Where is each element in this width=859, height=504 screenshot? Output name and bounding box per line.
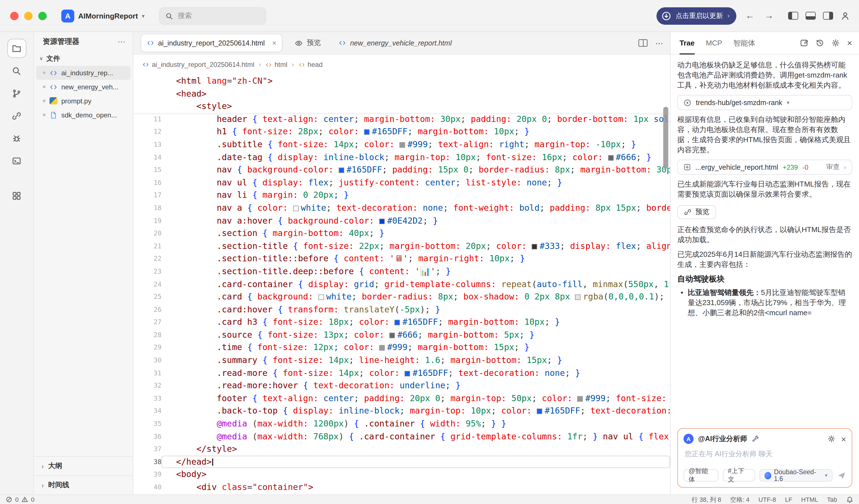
activity-explorer-button[interactable] bbox=[7, 39, 26, 58]
file-item-prompt-py[interactable]: prompt.py bbox=[36, 94, 131, 108]
code-line[interactable]: 19 nav a:hover { background-color: #0E42… bbox=[133, 214, 670, 227]
code-line[interactable]: 22 .section-title::before { content: '🖥'… bbox=[133, 253, 670, 265]
code-line[interactable]: 13 .subtitle { font-size: 14px; color: #… bbox=[133, 138, 670, 151]
review-action[interactable]: 审查 bbox=[826, 162, 840, 172]
encoding-indicator[interactable]: UTF-8 bbox=[758, 496, 776, 503]
close-window-button[interactable] bbox=[10, 12, 18, 20]
split-editor-icon[interactable] bbox=[638, 39, 647, 47]
code-line[interactable]: 11 header { text-align: center; margin-b… bbox=[133, 113, 670, 126]
model-selector[interactable]: Doubao-Seed-1.6 ▾ bbox=[759, 469, 832, 482]
language-mode[interactable]: HTML bbox=[801, 496, 818, 503]
code-line[interactable]: 32 .read-more:hover { text-decoration: u… bbox=[133, 380, 670, 392]
chat-input-placeholder[interactable]: 您正在与 AI行业分析师 聊天 bbox=[683, 448, 846, 465]
code-line[interactable]: 37 </style> bbox=[133, 443, 670, 455]
code-line[interactable]: 20 .section { margin-bottom: 40px; } bbox=[133, 227, 670, 240]
code-line[interactable]: 21 .section-title { font-size: 22px; mar… bbox=[133, 240, 670, 252]
agent-name[interactable]: @AI行业分析师 bbox=[698, 434, 747, 444]
global-search[interactable]: 搜索 bbox=[159, 7, 266, 25]
tab-ai-industry-report[interactable]: ai_industry_report_20250614.html × bbox=[141, 34, 283, 52]
sticky-line[interactable]: <head> bbox=[133, 88, 670, 100]
eol-indicator[interactable]: LF bbox=[785, 496, 792, 503]
restart-update-button[interactable]: 点击重启以更新 › bbox=[657, 7, 736, 25]
activity-source-control-button[interactable] bbox=[7, 84, 26, 103]
code-line[interactable]: 30 .summary { font-size: 14px; line-heig… bbox=[133, 354, 670, 367]
minimize-window-button[interactable] bbox=[24, 12, 33, 20]
file-item-sdk-demo[interactable]: sdk_demo_open... bbox=[36, 108, 131, 122]
context-chip[interactable]: #上下文 bbox=[723, 469, 755, 482]
agent-tools-icon[interactable] bbox=[752, 435, 759, 443]
project-selector[interactable]: A AIMorningReport ▾ bbox=[61, 9, 145, 22]
code-line[interactable]: 39<body> bbox=[133, 468, 670, 481]
activity-apps-button[interactable] bbox=[7, 186, 26, 205]
panel-tab-agents[interactable]: 智能体 bbox=[733, 32, 755, 54]
breadcrumb-file[interactable]: ai_industry_report_20250614.html bbox=[142, 61, 254, 68]
timeline-section-header[interactable]: › 时间线 bbox=[34, 475, 133, 494]
code-line[interactable]: 14 .date-tag { display: inline-block; ma… bbox=[133, 151, 670, 163]
code-line[interactable]: 15 nav { background-color: #165DFF; padd… bbox=[133, 163, 670, 176]
files-section-header[interactable]: ∨ 文件 bbox=[34, 51, 133, 66]
sticky-line[interactable]: <html lang="zh-CN"> bbox=[133, 75, 670, 88]
send-icon[interactable] bbox=[837, 471, 846, 480]
tool-call-card[interactable]: trends-hub/get-smzdm-rank▾ bbox=[677, 95, 852, 110]
code-line[interactable]: 34 .back-to-top { display: inline-block;… bbox=[133, 405, 670, 418]
code-line[interactable]: 38</head> bbox=[133, 456, 670, 468]
sticky-line[interactable]: <style> bbox=[133, 100, 670, 113]
code-line[interactable]: 36 @media (max-width: 768px) { .card-con… bbox=[133, 430, 670, 443]
code-line[interactable]: 17 nav li { margin: 0 20px; } bbox=[133, 189, 670, 202]
tab-new-energy-report[interactable]: new_energy_vehicle_report.html bbox=[333, 34, 457, 52]
code-line[interactable]: 28 .source { font-size: 13px; color: #66… bbox=[133, 329, 670, 341]
file-change-card[interactable]: ...ergy_vehicle_report.html+239-0审查› bbox=[677, 160, 852, 175]
forward-button[interactable]: → bbox=[763, 11, 774, 21]
code-line[interactable]: 31 .read-more { font-size: 14px; color: … bbox=[133, 367, 670, 379]
code-line[interactable]: 12 h1 { font-size: 28px; color: #165DFF;… bbox=[133, 126, 670, 138]
back-button[interactable]: ← bbox=[744, 11, 755, 21]
activity-search-button[interactable] bbox=[7, 61, 26, 80]
problems-indicator[interactable]: 0 0 bbox=[6, 496, 34, 503]
indentation-indicator[interactable]: 空格: 4 bbox=[730, 495, 749, 504]
code-line[interactable]: 27 .card h3 { font-size: 18px; color: #1… bbox=[133, 316, 670, 329]
panel-tab-trae[interactable]: Trae bbox=[680, 32, 695, 54]
toggle-right-panel-icon[interactable] bbox=[823, 12, 833, 20]
toggle-bottom-panel-icon[interactable] bbox=[805, 12, 816, 20]
code-line[interactable]: 29 .time { font-size: 12px; color: #999;… bbox=[133, 341, 670, 354]
code-line[interactable]: 23 .section-title.deep::before { content… bbox=[133, 265, 670, 278]
close-tab-icon[interactable]: × bbox=[272, 39, 276, 47]
code-line[interactable]: 35 @media (max-width: 1200px) { .contain… bbox=[133, 418, 670, 430]
chat-input-box[interactable]: A @AI行业分析师 × 您正在与 AI行业分析师 聊天 @智能体 #上下文 D… bbox=[677, 428, 852, 488]
sidebar-more-icon[interactable]: ⋯ bbox=[118, 37, 126, 46]
close-panel-icon[interactable]: × bbox=[847, 38, 852, 48]
settings-gear-icon[interactable] bbox=[831, 39, 840, 47]
preview-button[interactable]: 预览 bbox=[677, 205, 716, 219]
more-actions-icon[interactable]: ⋯ bbox=[655, 38, 663, 47]
code-line[interactable]: 24 .card-container { display: grid; grid… bbox=[133, 278, 670, 290]
code-line[interactable]: 16 nav ul { display: flex; justify-conte… bbox=[133, 176, 670, 189]
account-icon[interactable] bbox=[841, 11, 850, 20]
breadcrumb-html[interactable]: html bbox=[266, 61, 287, 68]
code-line[interactable]: 18 nav a { color: white; text-decoration… bbox=[133, 202, 670, 214]
outline-section-header[interactable]: › 大纲 bbox=[34, 456, 133, 475]
panel-tab-mcp[interactable]: MCP bbox=[706, 32, 722, 54]
code-line[interactable]: 25 .card { background: white; border-rad… bbox=[133, 290, 670, 303]
vertical-scrollbar[interactable] bbox=[663, 107, 668, 169]
chat-settings-gear-icon[interactable] bbox=[828, 435, 835, 443]
activity-remote-button[interactable] bbox=[7, 106, 26, 125]
code-line[interactable]: 40 <div class="container"> bbox=[133, 481, 670, 493]
agents-chip[interactable]: @智能体 bbox=[683, 469, 718, 482]
cursor-position[interactable]: 行 38, 列 8 bbox=[692, 495, 721, 504]
activity-terminal-button[interactable] bbox=[7, 151, 26, 170]
new-chat-icon[interactable] bbox=[800, 39, 808, 47]
code-line[interactable]: 33 footer { text-align: center; padding:… bbox=[133, 392, 670, 405]
toggle-left-sidebar-icon[interactable] bbox=[788, 12, 798, 20]
activity-debug-button[interactable] bbox=[7, 129, 26, 148]
notifications-bell-icon[interactable] bbox=[846, 496, 853, 503]
zoom-window-button[interactable] bbox=[38, 12, 47, 20]
code-line[interactable]: 26 .card:hover { transform: translateY(-… bbox=[133, 303, 670, 316]
file-item-ai-industry-report[interactable]: ai_industry_rep... bbox=[36, 66, 131, 80]
close-chat-icon[interactable]: × bbox=[841, 434, 846, 444]
file-item-new-energy-report[interactable]: new_energy_veh... bbox=[36, 80, 131, 94]
tab-preview[interactable]: 预览 bbox=[289, 34, 327, 52]
code-editor[interactable]: <html lang="zh-CN"><head> <style> 11 hea… bbox=[133, 75, 670, 494]
history-icon[interactable] bbox=[815, 39, 824, 47]
tab-indicator[interactable]: Tab bbox=[827, 496, 837, 503]
breadcrumb-head[interactable]: head bbox=[299, 61, 322, 68]
